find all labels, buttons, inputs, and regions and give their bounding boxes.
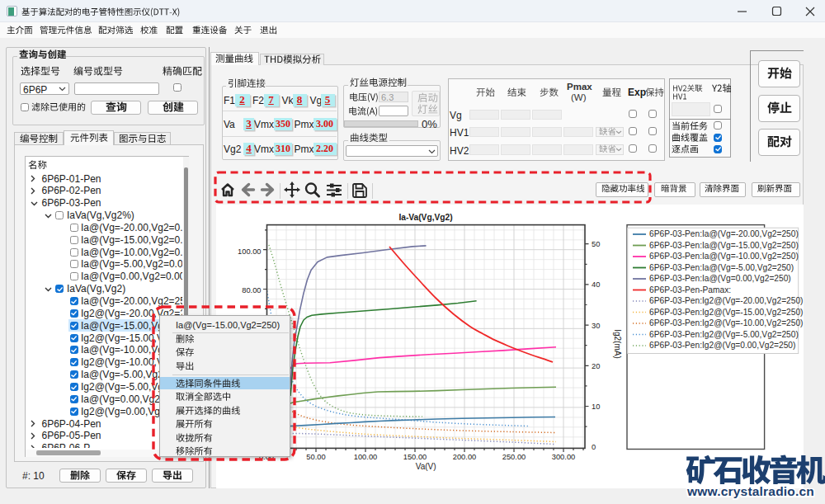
svg-text:6P6P-03-Pen:Ig2@(Vg=-15.00,Vg2: 6P6P-03-Pen:Ig2@(Vg=-15.00,Vg2=250) (649, 308, 803, 317)
svg-text:50.00: 50.00 (306, 453, 325, 461)
svg-text:10: 10 (592, 403, 600, 411)
svg-text:6P6P-03-Pen:Ia@(Vg=-10.00,Vg2=: 6P6P-03-Pen:Ia@(Vg=-10.00,Vg2=250) (649, 252, 799, 261)
svg-text:Ia-Va(Vg,Vg2): Ia-Va(Vg,Vg2) (398, 213, 452, 222)
svg-text:100.00: 100.00 (238, 247, 261, 256)
svg-text:Ig2(mA): Ig2(mA) (613, 329, 622, 359)
svg-text:6P6P-03-Pen:Ig2@(Vg=-10.00,Vg2: 6P6P-03-Pen:Ig2@(Vg=-10.00,Vg2=250) (649, 318, 803, 327)
svg-text:300.00: 300.00 (552, 453, 575, 461)
svg-text:0: 0 (592, 443, 596, 451)
svg-text:Va(V): Va(V) (416, 462, 436, 471)
svg-text:6P6P-03-Pen:Ig2@(Vg=-5.00,Vg2=: 6P6P-03-Pen:Ig2@(Vg=-5.00,Vg2=250) (649, 330, 799, 339)
svg-text:6P6P-03-Pen:Ia@(Vg=-20.00,Vg2=: 6P6P-03-Pen:Ia@(Vg=-20.00,Vg2=250) (649, 229, 799, 238)
svg-text:6P6P-03-Pen:Ig2@(Vg=-20.00,Vg2: 6P6P-03-Pen:Ig2@(Vg=-20.00,Vg2=250) (649, 296, 803, 305)
svg-text:80.00: 80.00 (242, 286, 261, 294)
svg-text:250.00: 250.00 (502, 453, 526, 461)
svg-text:6P6P-03-Pen:Ia@(Vg=0.00,Vg2=25: 6P6P-03-Pen:Ia@(Vg=0.00,Vg2=250) (649, 274, 791, 283)
svg-text:100.00: 100.00 (354, 453, 377, 461)
svg-text:6P6P-03-Pen:Ia@(Vg=-5.00,Vg2=2: 6P6P-03-Pen:Ia@(Vg=-5.00,Vg2=250) (649, 263, 794, 272)
svg-text:200.00: 200.00 (453, 453, 476, 461)
svg-text:6P6P-03-Pen:Ia@(Vg=-15.00,Vg2=: 6P6P-03-Pen:Ia@(Vg=-15.00,Vg2=250) (649, 241, 799, 250)
svg-text:40: 40 (592, 280, 600, 289)
svg-text:20: 20 (592, 362, 600, 370)
svg-text:150.00: 150.00 (403, 453, 427, 461)
svg-text:6P6P-03-Pen-Pamax:: 6P6P-03-Pen-Pamax: (649, 285, 731, 294)
svg-text:50: 50 (592, 240, 600, 248)
svg-text:6P6P-03-Pen:Ig2@(Vg=0.00,Vg2=2: 6P6P-03-Pen:Ig2@(Vg=0.00,Vg2=250) (649, 341, 795, 350)
svg-text:30: 30 (592, 322, 600, 330)
